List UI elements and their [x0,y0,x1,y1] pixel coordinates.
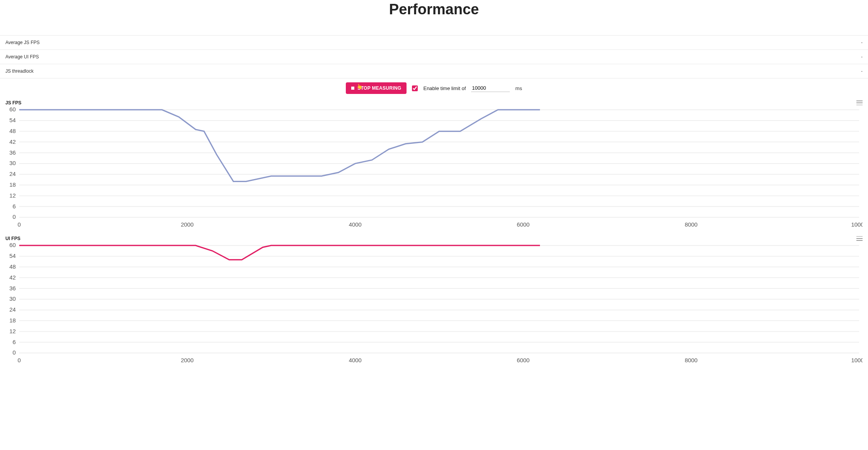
svg-text:42: 42 [9,274,16,281]
svg-text:6: 6 [13,203,16,210]
stat-row-avg-js-fps: Average JS FPS - [0,35,868,50]
chart-canvas-js: 0612182430364248546002000400060008000100… [5,106,863,230]
chart-canvas-ui: 0612182430364248546002000400060008000100… [5,242,863,366]
svg-text:4000: 4000 [349,222,362,228]
stat-row-js-threadlock: JS threadlock - [0,64,868,78]
svg-text:18: 18 [9,317,16,324]
stop-label: STOP MEASURING [357,85,401,91]
time-limit-input[interactable] [471,84,510,92]
svg-text:30: 30 [9,160,16,166]
svg-text:48: 48 [9,264,16,270]
svg-text:54: 54 [9,117,16,123]
svg-text:18: 18 [9,182,16,188]
svg-text:10000: 10000 [851,222,863,228]
svg-text:42: 42 [9,139,16,145]
svg-text:2000: 2000 [181,357,193,363]
stat-label: Average UI FPS [5,54,39,60]
stop-measuring-button[interactable]: STOP MEASURING 👆 [346,82,407,94]
svg-text:54: 54 [9,253,16,259]
svg-text:36: 36 [9,285,16,291]
svg-text:60: 60 [9,106,16,112]
chart-title: JS FPS [5,100,21,106]
svg-text:24: 24 [9,307,16,313]
stat-label: Average JS FPS [5,40,40,45]
stat-value: - [861,68,863,74]
chart-js-fps: JS FPS 061218243036424854600200040006000… [0,98,868,234]
svg-text:12: 12 [9,193,16,199]
svg-text:36: 36 [9,150,16,156]
svg-text:8000: 8000 [685,357,697,363]
chart-title: UI FPS [5,236,21,241]
hamburger-menu-icon[interactable] [856,101,863,105]
svg-text:10000: 10000 [851,357,863,363]
chart-ui-fps: UI FPS 061218243036424854600200040006000… [0,234,868,369]
svg-text:0: 0 [13,349,16,356]
controls-bar: STOP MEASURING 👆 Enable time limit of ms [0,78,868,98]
svg-text:4000: 4000 [349,357,362,363]
enable-time-limit-label: Enable time limit of [423,85,466,91]
page-title: Performance [0,0,868,35]
svg-text:48: 48 [9,128,16,134]
stat-label: JS threadlock [5,68,34,74]
svg-text:2000: 2000 [181,222,193,228]
svg-text:6000: 6000 [517,357,530,363]
svg-text:6000: 6000 [517,222,530,228]
stop-icon [351,87,354,90]
svg-text:8000: 8000 [685,222,697,228]
svg-text:0: 0 [18,357,21,363]
svg-text:12: 12 [9,328,16,334]
svg-text:30: 30 [9,296,16,302]
stat-value: - [861,54,863,60]
time-unit-label: ms [515,85,522,91]
enable-time-limit-checkbox[interactable] [412,85,418,91]
svg-text:24: 24 [9,171,16,177]
stat-row-avg-ui-fps: Average UI FPS - [0,50,868,64]
stat-value: - [861,40,863,45]
svg-text:0: 0 [18,222,21,228]
svg-text:6: 6 [13,339,16,345]
hamburger-menu-icon[interactable] [856,236,863,241]
svg-text:60: 60 [9,242,16,248]
svg-text:0: 0 [13,214,16,220]
